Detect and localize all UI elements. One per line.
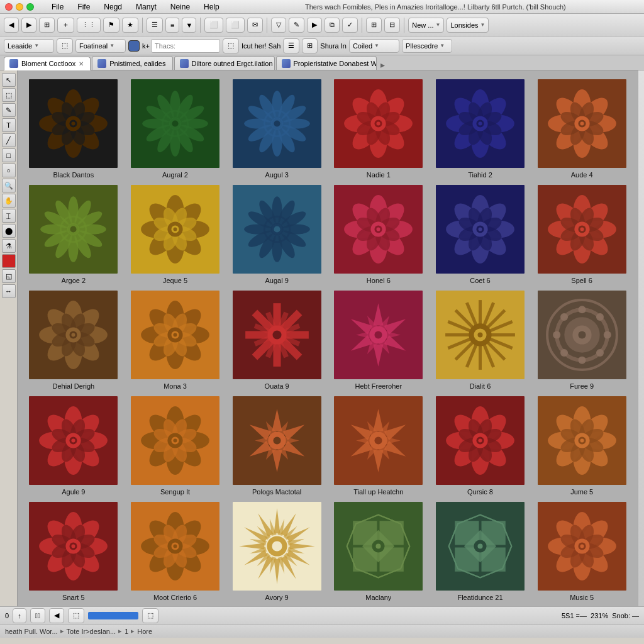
foatineal-dropdown[interactable]: Foatineal ▼ [75, 39, 126, 53]
toolbar-btn-copy[interactable]: ⧉ [325, 18, 340, 33]
status-btn-3[interactable]: ◀ [49, 608, 64, 623]
toolbar-btn-cols[interactable]: ⊟ [384, 18, 400, 33]
toolbar-btn-flag[interactable]: ⚑ [103, 18, 119, 33]
toolbar-btn-arrow-right[interactable]: ▶ [21, 18, 36, 33]
minimize-button[interactable] [16, 3, 23, 11]
grid-item-augral2[interactable]: Augral 2 [125, 75, 226, 181]
tab-0[interactable]: Bloment Coctloox✕ [4, 57, 91, 70]
grid-item-augal9[interactable]: Augal 9 [226, 181, 328, 287]
toolbar-btn-mail[interactable]: ✉ [247, 18, 263, 33]
toolbar2-btn-clip[interactable]: ⬚ [223, 38, 239, 53]
toolbar-btn-arrow-left[interactable]: ◀ [4, 18, 19, 33]
close-button[interactable] [5, 3, 13, 11]
grid-item-sengup[interactable]: Sengup It [125, 392, 226, 498]
maximize-button[interactable] [26, 3, 34, 11]
toolbar-btn-add[interactable]: ＋ [57, 18, 74, 33]
toolbar2-color-box[interactable] [128, 40, 140, 52]
tool-pen[interactable]: ✎ [2, 103, 16, 117]
tool-move[interactable]: ↔ [2, 284, 16, 298]
grid-item-argoe2[interactable]: Argoe 2 [23, 181, 125, 287]
tool-arrow[interactable]: ↖ [2, 73, 16, 87]
tab-3[interactable]: Propieristative Donabest Wation 3 [276, 56, 377, 70]
tool-eyedrop[interactable]: ⚗ [2, 239, 16, 253]
pllescedre-dropdown[interactable]: Pllescedre ▼ [402, 39, 452, 53]
grid-item-augul3[interactable]: Augul 3 [226, 75, 328, 181]
tool-paint[interactable]: ⬤ [2, 224, 16, 238]
grid-item-maclany[interactable]: Maclany [328, 498, 430, 604]
toolbar-btn-list1[interactable]: ☰ [147, 18, 163, 33]
grid-item-tiahid2[interactable]: Tiahid 2 [430, 75, 531, 181]
toolbar-dropdown-view[interactable]: ▼ [182, 18, 196, 33]
tab-1[interactable]: Pnistimed, ealides [92, 56, 172, 70]
grid-item-pologs[interactable]: Pologs Mactotal [226, 392, 328, 498]
tool-line[interactable]: ╱ [2, 133, 16, 147]
grid-item-hebt[interactable]: Hebt Freeroher [328, 287, 430, 392]
grid-item-avory9[interactable]: Avory 9 [226, 498, 328, 604]
toolbar2-btn-align[interactable]: ☰ [283, 38, 299, 53]
toolbar-btn-grid2[interactable]: ⊞ [366, 18, 382, 33]
grid-item-ouata9[interactable]: Ouata 9 [226, 287, 328, 392]
grid-item-jume5[interactable]: Jume 5 [531, 392, 633, 498]
grid-item-honel6[interactable]: Honel 6 [328, 181, 430, 287]
grid-item-snart5[interactable]: Snart 5 [23, 498, 125, 604]
status-btn-2[interactable]: ✕⃝ [30, 608, 45, 623]
toolbar-btn-check[interactable]: ✓ [342, 18, 358, 33]
menu-item-fife[interactable]: Fife [75, 1, 92, 13]
toolbar-btn-box2[interactable]: ⬜ [226, 18, 245, 33]
toolbar-btn-box1[interactable]: ⬜ [204, 18, 223, 33]
grid-item-nadie1[interactable]: Nadie 1 [328, 75, 430, 181]
path-item-0[interactable]: heath Pull. Wor... [5, 628, 58, 635]
menu-item-help[interactable]: Help [201, 1, 222, 13]
tab-2[interactable]: Diltore outned Ergct.ilation [174, 56, 275, 70]
grid-item-coet6[interactable]: Coet 6 [430, 181, 531, 287]
menu-item-manyt[interactable]: Manyt [133, 1, 159, 13]
grid-item-dialit6[interactable]: Dialit 6 [430, 287, 531, 392]
tool-hand[interactable]: ✋ [2, 194, 16, 208]
grid-item-tiall[interactable]: Tiall up Heatchn [328, 392, 430, 498]
tool-crop[interactable]: ⌶ [2, 209, 16, 223]
tool-ellipse[interactable]: ○ [2, 164, 16, 177]
tab-close-0[interactable]: ✕ [79, 60, 84, 67]
toolbar-dropdown-new[interactable]: New ... ▼ [408, 18, 444, 33]
toolbar2-icon1[interactable]: ⬚ [57, 38, 73, 53]
grid-item-agule9[interactable]: Agule 9 [23, 392, 125, 498]
toolbar-dropdown-lonsides[interactable]: Lonsides ▼ [447, 18, 489, 33]
scrollbar[interactable] [638, 70, 644, 606]
grid-item-moot[interactable]: Moot Crierio 6 [125, 498, 226, 604]
menu-item-file[interactable]: File [49, 1, 66, 13]
grid-item-qursic8[interactable]: Qursic 8 [430, 392, 531, 498]
toolbar-btn-list2[interactable]: ≡ [165, 18, 179, 33]
status-btn-5[interactable]: ⬚ [142, 608, 158, 623]
grid-item-dehial[interactable]: Dehial Derigh [23, 287, 125, 392]
toolbar-btn-play[interactable]: ▶ [307, 18, 322, 33]
grid-item-black-dantos[interactable]: Black Dantos [23, 75, 125, 181]
grid-item-spell6[interactable]: Spell 6 [531, 181, 633, 287]
grid-item-mona3[interactable]: Mona 3 [125, 287, 226, 392]
toolbar-btn-view1[interactable]: ⊞ [39, 18, 55, 33]
grid-item-music5[interactable]: Music 5 [531, 498, 633, 604]
grid-item-fleatidunce[interactable]: Fleatidunce 21 [430, 498, 531, 604]
menu-item-negd[interactable]: Negd [101, 1, 125, 13]
leaaide-dropdown[interactable]: Leaaide ▼ [4, 39, 54, 53]
path-item-2[interactable]: 1 [125, 628, 128, 635]
toolbar2-btn-grid[interactable]: ⊞ [302, 38, 318, 53]
status-btn-4[interactable]: ⬚ [68, 608, 84, 623]
tool-gradient[interactable]: ◱ [2, 269, 16, 283]
toolbar-btn-star[interactable]: ★ [122, 18, 138, 33]
grid-item-jeque5[interactable]: Jeque 5 [125, 181, 226, 287]
grid-item-aude4[interactable]: Aude 4 [531, 75, 633, 181]
toolbar-btn-down[interactable]: ▽ [271, 18, 286, 33]
menu-item-neine[interactable]: Neine [168, 1, 192, 13]
tool-select[interactable]: ⬚ [2, 88, 16, 102]
status-btn-1[interactable]: ↑ [13, 608, 26, 623]
path-item-3[interactable]: Hore [137, 628, 152, 635]
add-tab-button[interactable]: ▸ [378, 60, 387, 70]
tool-type[interactable]: T [2, 118, 16, 132]
tool-active[interactable] [2, 254, 16, 268]
search-input[interactable] [151, 39, 220, 53]
toolbar-btn-pen[interactable]: ✎ [289, 18, 304, 33]
path-item-1[interactable]: Tote Ir>deslan... [67, 628, 116, 635]
grid-item-furee9[interactable]: Furee 9 [531, 287, 633, 392]
toolbar-btn-grid[interactable]: ⋮⋮ [77, 18, 101, 33]
tool-rect[interactable]: □ [2, 148, 16, 162]
